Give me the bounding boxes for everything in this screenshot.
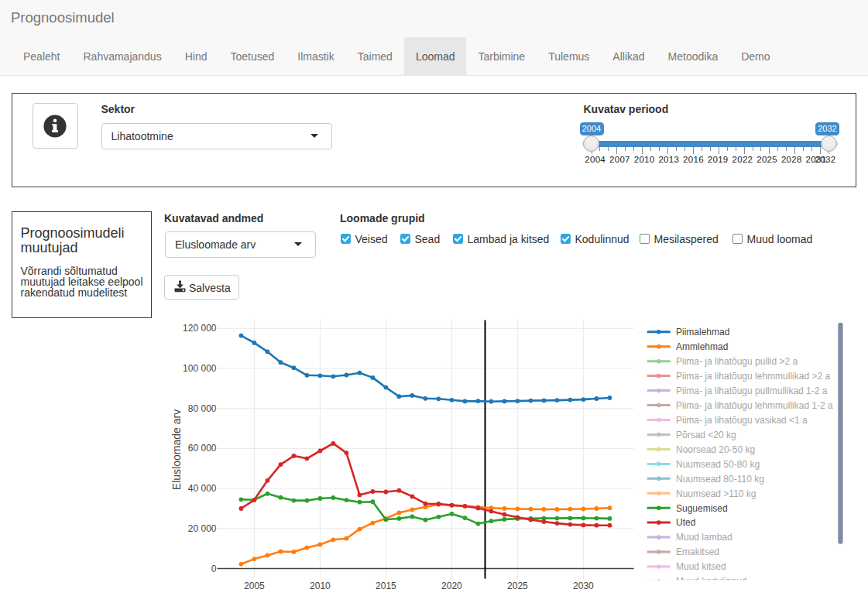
svg-text:Piima- ja lihatõugu lehmmullik: Piima- ja lihatõugu lehmmullikad >2 a bbox=[676, 371, 830, 382]
svg-text:Ammlehmad: Ammlehmad bbox=[676, 341, 728, 352]
svg-text:20 000: 20 000 bbox=[188, 523, 217, 534]
svg-text:2025: 2025 bbox=[507, 581, 528, 591]
svg-text:Emakitsed: Emakitsed bbox=[676, 546, 719, 557]
svg-text:Muud lambad: Muud lambad bbox=[676, 532, 732, 543]
svg-text:60 000: 60 000 bbox=[188, 443, 217, 454]
svg-text:Piimalehmad: Piimalehmad bbox=[676, 327, 729, 337]
svg-text:Elusloomade arv: Elusloomade arv bbox=[170, 409, 183, 490]
svg-text:Piima- ja lihatõugu pullid >2: Piima- ja lihatõugu pullid >2 a bbox=[676, 356, 798, 367]
svg-text:Nuumsead >110 kg: Nuumsead >110 kg bbox=[676, 488, 756, 499]
svg-text:Nuumsead 80-110 kg: Nuumsead 80-110 kg bbox=[676, 474, 764, 485]
svg-text:Suguemised: Suguemised bbox=[676, 503, 728, 514]
svg-text:Nuumsead 50-80 kg: Nuumsead 50-80 kg bbox=[676, 459, 760, 470]
svg-text:2005: 2005 bbox=[244, 581, 265, 591]
svg-text:Noorsead 20-50 kg: Noorsead 20-50 kg bbox=[676, 444, 755, 455]
svg-text:0: 0 bbox=[211, 563, 217, 574]
svg-text:Uted: Uted bbox=[676, 517, 695, 528]
svg-text:Põrsad <20 kg: Põrsad <20 kg bbox=[676, 430, 736, 440]
svg-text:Piima- ja lihatõugu vasikad <1: Piima- ja lihatõugu vasikad <1 a bbox=[676, 415, 808, 426]
svg-text:Muud kodulinnud: Muud kodulinnud bbox=[676, 576, 746, 587]
svg-text:80 000: 80 000 bbox=[188, 403, 217, 414]
svg-text:Piima- ja lihatõugu pullmullik: Piima- ja lihatõugu pullmullikad 1-2 a bbox=[676, 385, 828, 396]
svg-text:2015: 2015 bbox=[376, 581, 396, 591]
svg-text:Muud kitsed: Muud kitsed bbox=[676, 561, 726, 572]
svg-text:2010: 2010 bbox=[310, 581, 331, 591]
svg-text:Piima- ja lihatõugu lehmmullik: Piima- ja lihatõugu lehmmullikad 1-2 a bbox=[676, 400, 833, 411]
svg-text:2030: 2030 bbox=[573, 581, 594, 591]
svg-text:40 000: 40 000 bbox=[188, 483, 217, 494]
svg-text:120 000: 120 000 bbox=[183, 323, 217, 334]
svg-text:100 000: 100 000 bbox=[183, 363, 217, 374]
svg-text:2020: 2020 bbox=[441, 581, 462, 591]
